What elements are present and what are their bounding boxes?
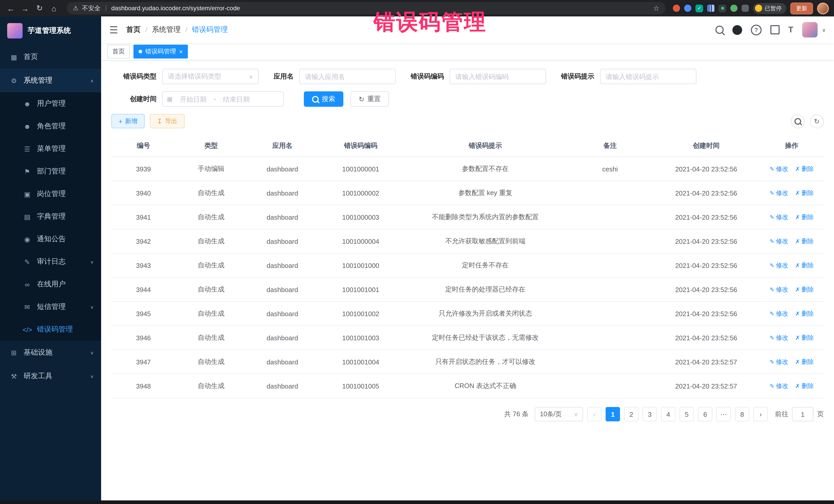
sidebar-item-system[interactable]: ⚙ 系统管理 ∧ — [0, 69, 101, 92]
delete-link[interactable]: ✗ 删除 — [795, 357, 814, 366]
sidebar-item-online-users[interactable]: ∞ 在线用户 — [0, 273, 101, 295]
app-name-input[interactable] — [299, 69, 396, 84]
sidebar-item-users[interactable]: ☻ 用户管理 — [0, 92, 101, 115]
tab-close-icon[interactable]: × — [179, 48, 183, 54]
delete-link[interactable]: ✗ 删除 — [795, 381, 814, 390]
font-size-icon[interactable]: T — [788, 25, 793, 35]
page-button[interactable]: 4 — [661, 407, 675, 421]
sidebar-item-sms[interactable]: ✉ 短信管理 ∨ — [0, 295, 101, 318]
edit-link[interactable]: ✎ 修改 — [770, 285, 788, 294]
sidebar-item-menus[interactable]: ☰ 菜单管理 — [0, 137, 101, 160]
add-button[interactable]: + 新增 — [111, 114, 145, 128]
extension-icon[interactable] — [707, 5, 715, 12]
sidebar-item-depts[interactable]: ⚑ 部门管理 — [0, 160, 101, 183]
edit-link[interactable]: ✎ 修改 — [770, 189, 788, 197]
page-button[interactable]: 6 — [698, 407, 712, 421]
sidebar-item-error-code[interactable]: </> 错误码管理 — [0, 318, 101, 341]
delete-link[interactable]: ✗ 删除 — [795, 189, 814, 197]
edit-link[interactable]: ✎ 修改 — [770, 357, 788, 366]
sidebar-item-audit-log[interactable]: ✎ 审计日志 ∨ — [0, 250, 101, 273]
search-icon[interactable] — [716, 26, 724, 34]
fullscreen-icon[interactable] — [770, 25, 780, 35]
avatar-caret-icon[interactable]: ∨ — [822, 27, 826, 32]
address-bar[interactable]: ⚠ 不安全 dashboard.yudao.iocoder.cn/system/… — [67, 2, 666, 14]
delete-link[interactable]: ✗ 删除 — [795, 213, 814, 221]
reload-icon[interactable]: ↻ — [34, 4, 45, 13]
edit-link[interactable]: ✎ 修改 — [770, 237, 788, 246]
prev-page-button[interactable]: ‹ — [587, 407, 601, 421]
delete-link[interactable]: ✗ 删除 — [795, 165, 814, 173]
delete-link[interactable]: ✗ 删除 — [795, 309, 814, 318]
extension-icon[interactable] — [730, 5, 738, 12]
edit-link[interactable]: ✎ 修改 — [770, 309, 788, 318]
goto-page-input[interactable] — [792, 407, 813, 421]
end-date-input[interactable] — [218, 95, 255, 103]
filter-error-hint: 错误码提示 — [561, 69, 697, 84]
page-button[interactable]: 3 — [642, 407, 657, 421]
back-icon[interactable]: ← — [5, 4, 17, 13]
extension-icon[interactable] — [684, 5, 691, 12]
sidebar-item-roles[interactable]: ☻ 角色管理 — [0, 115, 101, 137]
toggle-search-button[interactable] — [791, 114, 805, 128]
breadcrumb-system[interactable]: 系统管理 — [152, 25, 181, 35]
refresh-table-button[interactable]: ↻ — [810, 114, 824, 128]
edit-icon: ✎ — [770, 310, 774, 317]
app-logo[interactable]: 芋道管理系统 — [0, 17, 101, 45]
next-page-button[interactable]: › — [753, 407, 768, 421]
sidebar-toggle-icon[interactable]: ☰ — [109, 24, 118, 36]
sidebar-item-home[interactable]: ▦ 首页 — [0, 45, 101, 69]
bottom-scrollbar[interactable] — [0, 500, 834, 504]
page-button[interactable]: 1 — [606, 407, 620, 421]
cell-hint: 不能删除类型为系统内置的参数配置 — [403, 205, 567, 229]
bookmark-star-icon[interactable]: ☆ — [653, 4, 659, 12]
breadcrumb-home[interactable]: 首页 — [126, 25, 140, 35]
browser-home-icon[interactable]: ⌂ — [48, 4, 60, 13]
security-label[interactable]: 不安全 — [82, 4, 101, 13]
start-date-input[interactable] — [175, 95, 212, 103]
edit-link[interactable]: ✎ 修改 — [770, 333, 788, 342]
page-button[interactable]: ⋯ — [717, 407, 731, 421]
search-button[interactable]: 搜索 — [304, 91, 343, 107]
sidebar-item-infra[interactable]: ⊞ 基础设施 ∨ — [0, 341, 101, 365]
forward-icon[interactable]: → — [20, 4, 31, 13]
page-size-select[interactable]: 10条/页 ∨ — [535, 407, 583, 421]
github-icon[interactable] — [732, 25, 742, 35]
sidebar-item-dict[interactable]: ▤ 字典管理 — [0, 205, 101, 228]
update-button[interactable]: 更新 — [790, 2, 813, 14]
sidebar-item-posts[interactable]: ▣ 岗位管理 — [0, 183, 101, 205]
cell-app: dashboard — [247, 205, 318, 229]
delete-link[interactable]: ✗ 删除 — [795, 261, 814, 270]
export-button[interactable]: ↧ 导出 — [150, 114, 184, 128]
page-button[interactable]: 2 — [624, 407, 638, 421]
page-button[interactable]: 8 — [735, 407, 749, 421]
filter-error-type: 错误码类型 请选择错误码类型 ∨ — [111, 69, 259, 84]
view-tab[interactable]: 首页 × — [107, 45, 130, 59]
reset-button[interactable]: ↻ 重置 — [351, 91, 389, 107]
browser-profile-avatar[interactable] — [817, 2, 829, 14]
sidebar: 芋道管理系统 ▦ 首页 ⚙ 系统管理 ∧ — [0, 17, 101, 504]
delete-link[interactable]: ✗ 删除 — [795, 333, 814, 342]
sidebar-item-devtools[interactable]: ⚒ 研发工具 ∨ — [0, 365, 101, 388]
edit-link[interactable]: ✎ 修改 — [770, 381, 788, 390]
paused-badge[interactable]: 已暂停 — [753, 3, 786, 14]
edit-link[interactable]: ✎ 修改 — [770, 261, 788, 270]
extension-icon[interactable] — [719, 4, 726, 12]
edit-link[interactable]: ✎ 修改 — [770, 165, 788, 173]
error-code-input[interactable] — [449, 69, 546, 84]
url-text[interactable]: dashboard.yudao.iocoder.cn/system/error-… — [111, 5, 240, 12]
delete-link[interactable]: ✗ 删除 — [795, 285, 814, 294]
extensions-puzzle-icon[interactable] — [742, 5, 749, 12]
error-hint-input[interactable] — [600, 69, 697, 84]
help-icon[interactable]: ? — [751, 24, 762, 35]
goto-page: 前往 页 — [775, 407, 824, 421]
delete-link[interactable]: ✗ 删除 — [795, 237, 814, 246]
extension-icon[interactable]: ✓ — [696, 4, 703, 12]
user-avatar[interactable] — [802, 22, 817, 38]
date-range-picker[interactable]: ▦ - — [162, 91, 284, 107]
view-tab[interactable]: 错误码管理 × — [133, 45, 188, 59]
sidebar-item-notice[interactable]: ◉ 通知公告 — [0, 228, 101, 250]
error-type-select[interactable]: 请选择错误码类型 ∨ — [162, 69, 259, 84]
edit-link[interactable]: ✎ 修改 — [770, 213, 788, 221]
page-button[interactable]: 5 — [680, 407, 694, 421]
extension-icon[interactable] — [673, 5, 680, 12]
